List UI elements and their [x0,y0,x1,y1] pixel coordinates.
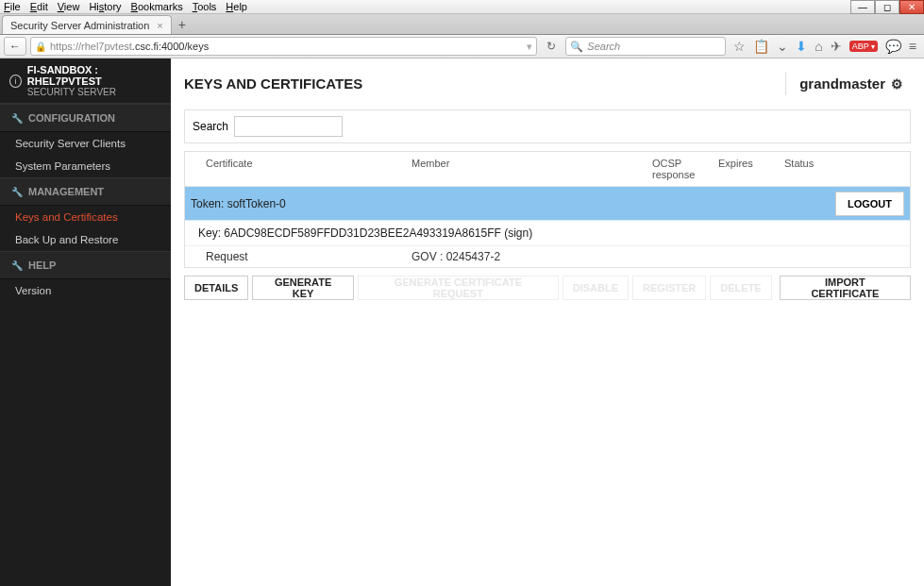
menu-bookmarks[interactable]: Bookmarks [131,1,183,12]
menu-help[interactable]: Help [226,1,247,12]
close-tab-icon[interactable]: × [157,20,162,31]
menu-tools[interactable]: Tools [193,1,217,12]
gear-icon: ⚙ [891,76,903,92]
abp-icon[interactable]: ABP [849,41,878,52]
main-content: KEYS AND CERTIFICATES grandmaster ⚙ Sear… [171,59,924,586]
request-label: Request [185,250,412,263]
search-row: Search [184,109,911,143]
section-configuration: 🔧 CONFIGURATION [0,104,171,132]
cert-grid: Certificate Member OCSP response Expires… [184,151,911,268]
section-label: MANAGEMENT [28,186,104,197]
sidebar-item-version[interactable]: Version [0,279,171,302]
wrench-icon: 🔧 [11,187,23,197]
page-title: KEYS AND CERTIFICATES [184,75,362,92]
os-menubar: File Edit View History Bookmarks Tools H… [0,0,924,14]
delete-button: DELETE [710,276,771,300]
pocket-icon[interactable]: ⌄ [777,39,788,54]
generate-key-button[interactable]: GENERATE KEY [252,276,354,300]
new-tab-button[interactable]: + [172,15,193,34]
search-label: Search [193,120,228,133]
token-label: Token: softToken-0 [191,197,286,210]
reload-button[interactable]: ↻ [541,40,562,53]
info-icon: i [9,75,22,88]
col-member[interactable]: Member [412,158,652,180]
search-input[interactable] [234,116,343,137]
chat-icon[interactable]: 💬 [885,39,901,54]
clipboard-icon[interactable]: 📋 [753,39,769,54]
url-prefix: https://rhel7pvtest [50,41,132,52]
downloads-icon[interactable]: ⬇ [796,39,807,54]
wrench-icon: 🔧 [11,260,23,271]
menu-file[interactable]: File [4,1,21,12]
sidebar-item-backup[interactable]: Back Up and Restore [0,228,171,251]
app-root: i FI-SANDBOX : RHEL7PVTEST SECURITY SERV… [0,59,924,586]
browser-addressbar: ← 🔒 https://rhel7pvtest.csc.fi:4000/keys… [0,35,924,59]
nav-back-button[interactable]: ← [4,37,26,56]
bookmark-star-icon[interactable]: ☆ [733,39,746,54]
section-label: CONFIGURATION [28,112,115,124]
action-buttons: DETAILS GENERATE KEY GENERATE CERTIFICAT… [184,276,911,300]
menu-view[interactable]: View [58,1,80,12]
details-button[interactable]: DETAILS [184,276,248,300]
home-icon[interactable]: ⌂ [815,39,822,54]
logout-button[interactable]: LOGOUT [835,192,904,216]
request-member: GOV : 0245437-2 [412,250,652,263]
disable-button: DISABLE [563,276,629,300]
col-expires[interactable]: Expires [718,158,784,180]
col-ocsp[interactable]: OCSP response [652,158,718,180]
send-icon[interactable]: ✈ [831,39,842,54]
sidebar-item-keys[interactable]: Keys and Certificates [0,206,171,228]
token-row[interactable]: Token: softToken-0 LOGOUT [185,187,910,221]
username: grandmaster [799,75,885,92]
url-rest: .csc.fi:4000/keys [132,41,209,52]
search-placeholder: Search [587,41,620,52]
search-icon: 🔍 [570,41,583,53]
menu-history[interactable]: History [89,1,121,12]
close-window-button[interactable]: ✕ [899,0,924,14]
browser-search-input[interactable]: 🔍 Search [565,37,726,56]
sidebar-item-clients[interactable]: Security Server Clients [0,132,171,155]
browser-tabbar: Security Server Administration × + [0,14,924,35]
server-info[interactable]: i FI-SANDBOX : RHEL7PVTEST SECURITY SERV… [0,59,171,104]
import-cert-button[interactable]: IMPORT CERTIFICATE [780,276,911,300]
maximize-button[interactable]: ◻ [875,0,899,14]
col-certificate[interactable]: Certificate [185,158,412,180]
tab-title: Security Server Administration [10,20,149,31]
lock-icon: 🔒 [35,42,46,52]
server-name: FI-SANDBOX : RHEL7PVTEST [27,64,161,87]
dropdown-icon[interactable]: ▾ [527,41,532,53]
server-subtitle: SECURITY SERVER [27,87,161,97]
hamburger-icon[interactable]: ≡ [909,39,916,54]
user-menu[interactable]: grandmaster ⚙ [785,72,911,95]
window-controls: — ◻ ✕ [850,0,924,14]
url-input[interactable]: 🔒 https://rhel7pvtest.csc.fi:4000/keys ▾ [30,37,537,56]
section-label: HELP [28,260,56,271]
wrench-icon: 🔧 [11,113,23,124]
section-management: 🔧 MANAGEMENT [0,177,171,206]
key-row[interactable]: Key: 6ADC98ECDF589FFDD31D23BEE2A493319A8… [185,221,910,246]
sidebar: i FI-SANDBOX : RHEL7PVTEST SECURITY SERV… [0,59,171,586]
generate-csr-button: GENERATE CERTIFICATE REQUEST [358,276,559,300]
browser-tab[interactable]: Security Server Administration × [2,15,172,34]
grid-header: Certificate Member OCSP response Expires… [185,152,910,187]
register-button: REGISTER [632,276,706,300]
request-row[interactable]: Request GOV : 0245437-2 [185,246,910,267]
main-header: KEYS AND CERTIFICATES grandmaster ⚙ [184,72,911,96]
sidebar-item-params[interactable]: System Parameters [0,155,171,177]
col-status[interactable]: Status [784,158,910,180]
section-help: 🔧 HELP [0,251,171,279]
minimize-button[interactable]: — [850,0,875,14]
browser-toolbar-icons: ☆ 📋 ⌄ ⬇ ⌂ ✈ ABP 💬 ≡ [730,39,920,54]
menu-edit[interactable]: Edit [30,1,48,12]
